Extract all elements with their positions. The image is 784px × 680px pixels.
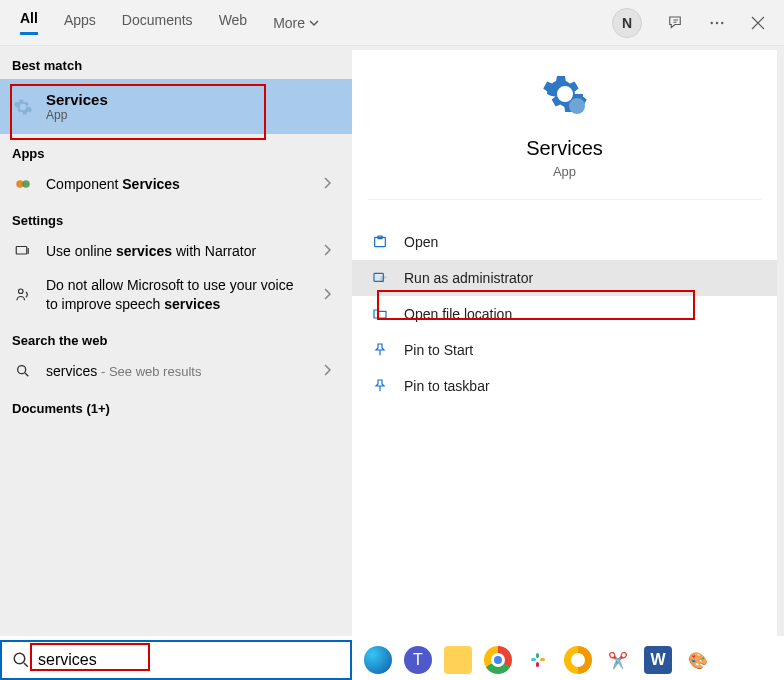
tab-documents[interactable]: Documents [122, 12, 193, 34]
result-web-services[interactable]: services - See web results [0, 354, 352, 389]
speech-icon [12, 286, 34, 304]
section-documents: Documents (1+) [0, 389, 352, 422]
tab-more-label: More [273, 15, 305, 31]
explorer-icon[interactable] [444, 646, 472, 674]
admin-shield-icon [372, 270, 390, 286]
svg-point-0 [711, 21, 713, 23]
svg-rect-12 [531, 658, 536, 661]
top-actions: N [612, 8, 774, 38]
svg-rect-15 [536, 662, 539, 667]
action-pin-taskbar[interactable]: Pin to taskbar [352, 368, 777, 404]
preview-pane: Services App Open Run as administrator O… [352, 46, 784, 636]
open-icon [372, 234, 390, 250]
taskbar-tray: T ✂️ W 🎨 [352, 646, 712, 674]
section-best-match: Best match [0, 46, 352, 79]
result-label: Component Services [46, 175, 180, 193]
search-icon [12, 363, 34, 379]
svg-point-7 [18, 366, 26, 374]
feedback-icon[interactable] [666, 14, 684, 32]
search-input[interactable] [36, 650, 344, 670]
action-pin-start[interactable]: Pin to Start [352, 332, 777, 368]
result-component-services[interactable]: Component Services [0, 167, 352, 201]
svg-point-8 [569, 98, 585, 114]
pin-icon [372, 342, 390, 358]
result-title: Services [46, 91, 108, 108]
pin-icon [372, 378, 390, 394]
folder-icon [372, 306, 390, 322]
chevron-down-icon [309, 18, 319, 28]
svg-rect-5 [16, 247, 27, 255]
snip-icon[interactable]: ✂️ [604, 646, 632, 674]
taskbar: T ✂️ W 🎨 [0, 640, 784, 680]
main-content: Best match Services App Apps Component S… [0, 46, 784, 636]
action-label: Open [404, 234, 438, 250]
result-services-app[interactable]: Services App [0, 79, 352, 134]
action-label: Pin to taskbar [404, 378, 490, 394]
more-options-icon[interactable] [708, 14, 726, 32]
component-services-icon [12, 175, 34, 193]
result-text: Services App [46, 91, 108, 122]
svg-point-2 [721, 21, 723, 23]
svg-point-6 [19, 289, 24, 294]
chevron-right-icon [322, 176, 340, 192]
tab-web[interactable]: Web [219, 12, 248, 34]
svg-point-1 [716, 21, 718, 23]
action-open-location[interactable]: Open file location [352, 296, 777, 332]
preview-card: Services App Open Run as administrator O… [352, 50, 777, 636]
section-web: Search the web [0, 321, 352, 354]
slack-icon[interactable] [524, 646, 552, 674]
paint-icon[interactable]: 🎨 [684, 646, 712, 674]
section-apps: Apps [0, 134, 352, 167]
result-narrator-services[interactable]: Use online services with Narrator [0, 234, 352, 268]
result-label: services - See web results [46, 362, 201, 381]
chevron-right-icon [322, 287, 340, 303]
tab-more[interactable]: More [273, 15, 319, 31]
action-run-as-admin[interactable]: Run as administrator [352, 260, 777, 296]
results-pane: Best match Services App Apps Component S… [0, 46, 352, 636]
avatar[interactable]: N [612, 8, 642, 38]
result-subtitle: App [46, 108, 108, 122]
tab-all[interactable]: All [20, 10, 38, 35]
svg-point-4 [22, 180, 30, 188]
chevron-right-icon [322, 363, 340, 379]
action-label: Open file location [404, 306, 512, 322]
action-open[interactable]: Open [352, 224, 777, 260]
chrome-canary-icon[interactable] [564, 646, 592, 674]
result-speech-services[interactable]: Do not allow Microsoft to use your voice… [0, 268, 352, 320]
filter-tabs: All Apps Documents Web More [20, 10, 612, 35]
edge-icon[interactable] [364, 646, 392, 674]
svg-rect-14 [536, 653, 539, 658]
chevron-right-icon [322, 243, 340, 259]
close-icon[interactable] [750, 15, 766, 31]
search-box[interactable] [0, 640, 352, 680]
result-label: Use online services with Narrator [46, 242, 256, 260]
action-label: Run as administrator [404, 270, 533, 286]
gear-icon [12, 97, 34, 117]
teams-icon[interactable]: T [404, 646, 432, 674]
word-icon[interactable]: W [644, 646, 672, 674]
chrome-icon[interactable] [484, 646, 512, 674]
filter-bar: All Apps Documents Web More N [0, 0, 784, 46]
preview-subtitle: App [553, 164, 576, 179]
preview-header: Services App [352, 70, 777, 199]
tab-apps[interactable]: Apps [64, 12, 96, 34]
svg-point-11 [14, 653, 25, 664]
result-label: Do not allow Microsoft to use your voice… [46, 276, 296, 312]
services-app-icon [541, 70, 589, 121]
action-label: Pin to Start [404, 342, 473, 358]
search-icon [12, 651, 30, 669]
actions-list: Open Run as administrator Open file loca… [352, 224, 777, 404]
preview-title: Services [526, 137, 603, 160]
section-settings: Settings [0, 201, 352, 234]
narrator-icon [12, 242, 34, 260]
svg-rect-13 [540, 658, 545, 661]
